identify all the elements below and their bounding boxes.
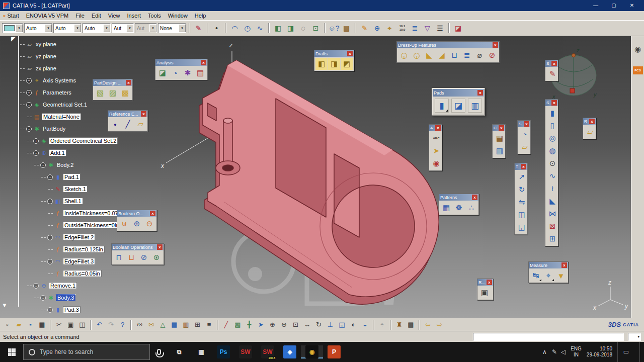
boolean-remove-tool-icon[interactable]: ⊖ bbox=[143, 218, 155, 230]
photos-app[interactable]: ◈ bbox=[279, 345, 301, 358]
menu-file[interactable]: File bbox=[72, 13, 88, 19]
powercopy-icon[interactable]: ▧ bbox=[94, 87, 106, 99]
catalog-chair-icon[interactable]: ♜ bbox=[394, 319, 405, 330]
task-view-button[interactable]: ⧉ bbox=[168, 345, 190, 358]
menu-window[interactable]: Window bbox=[165, 13, 191, 19]
close-icon[interactable]: x bbox=[524, 121, 529, 127]
menu-help[interactable]: Help bbox=[191, 13, 210, 19]
point-icon[interactable]: • bbox=[211, 23, 222, 34]
tree-item-remove-1[interactable]: -⊖Remove.1 bbox=[20, 280, 124, 292]
comment-icon[interactable]: ✉ bbox=[146, 319, 156, 330]
tree-item-outside-thickness[interactable]: ƒOutsideThickness=0in bbox=[20, 219, 124, 231]
close-icon[interactable]: x bbox=[141, 111, 146, 117]
pen-tray-icon[interactable]: ✎ bbox=[552, 348, 557, 355]
close-button[interactable]: ✕ bbox=[623, 0, 641, 11]
power-input-combo[interactable]: ▾ bbox=[628, 333, 641, 341]
tree-expander-icon[interactable]: - bbox=[33, 150, 39, 156]
settings-knob-icon[interactable]: ◉ bbox=[633, 44, 643, 54]
relations-icon[interactable]: ≡ bbox=[204, 319, 214, 330]
close-icon[interactable]: x bbox=[150, 211, 155, 216]
design-table-tool-icon[interactable]: ▦ bbox=[494, 132, 506, 144]
palette-titlebar[interactable]: Boolean Operationsx bbox=[112, 244, 164, 250]
tree-expander-icon[interactable]: + bbox=[26, 78, 32, 83]
palette-titlebar[interactable]: Dress-Up Featuresx bbox=[397, 42, 499, 48]
pan-icon[interactable]: ↔ bbox=[302, 319, 312, 330]
knowledge-back-icon[interactable]: ⇦ bbox=[423, 319, 433, 330]
snap-grid-small-icon[interactable]: ▩ bbox=[232, 319, 243, 330]
tree-expander-icon[interactable]: - bbox=[47, 259, 53, 264]
language-indicator[interactable]: ENG IN bbox=[571, 346, 582, 358]
formula-fx-icon[interactable]: ƒ(x) bbox=[134, 319, 145, 330]
palette-titlebar[interactable]: Boolean O...x bbox=[117, 210, 156, 217]
tree-expander-icon[interactable]: - bbox=[47, 199, 53, 204]
solidworks-app[interactable]: SW bbox=[234, 345, 257, 358]
slot-icon[interactable]: ≀ bbox=[546, 183, 558, 195]
section-cut-icon[interactable]: ╱ bbox=[221, 319, 231, 330]
rotate-icon[interactable]: ↻ bbox=[313, 319, 324, 330]
variable-draft-icon[interactable]: ◩ bbox=[341, 58, 353, 70]
draft-reflect-line-icon[interactable]: ◨ bbox=[328, 58, 340, 70]
layers-icon[interactable]: ≣ bbox=[409, 23, 421, 34]
hide-show-icon[interactable]: ◒ bbox=[360, 319, 370, 330]
print-preview-icon[interactable]: ▤ bbox=[406, 319, 416, 330]
paste-icon[interactable]: ◫ bbox=[77, 319, 88, 330]
removed-multi-sections-icon[interactable]: ⊠ bbox=[546, 220, 558, 232]
tree-item-edgefillet-2[interactable]: -◠EdgeFillet.2 bbox=[20, 231, 124, 243]
palette-titlebar[interactable]: Padsx bbox=[433, 89, 484, 97]
knowledge-forward-icon[interactable]: ⇨ bbox=[434, 319, 445, 330]
shading-icon[interactable]: ◐ bbox=[348, 319, 359, 330]
palette-titlebar[interactable]: PartDesign ...x bbox=[93, 79, 132, 86]
microphone-button[interactable] bbox=[150, 342, 168, 362]
painter-icon[interactable]: ✎ bbox=[193, 23, 204, 34]
tap-thread-analysis-icon[interactable]: ▤ bbox=[194, 67, 206, 79]
porcupine-analysis-icon[interactable]: ✱ bbox=[182, 67, 194, 79]
tree-item-radius-0125[interactable]: ƒRadius=0.125in bbox=[20, 243, 124, 255]
multi-view-icon[interactable]: ◱ bbox=[337, 319, 347, 330]
close-icon[interactable]: x bbox=[521, 164, 526, 169]
check-analysis-icon[interactable]: △ bbox=[157, 319, 168, 330]
plane-surface-icon[interactable]: ▱ bbox=[519, 141, 531, 153]
multi-sections-solid-icon[interactable]: ⋈ bbox=[546, 208, 558, 220]
chamfer-icon[interactable]: ◣ bbox=[423, 49, 435, 61]
stiffener-icon[interactable]: ◣ bbox=[546, 195, 558, 207]
tree-expander-icon[interactable]: - bbox=[40, 162, 46, 168]
tree-expander-icon[interactable]: + bbox=[26, 90, 32, 96]
line-weight-dropdown[interactable]: Auto▾ bbox=[24, 23, 52, 33]
tray-caret-icon[interactable]: ∧ bbox=[542, 348, 547, 355]
normal-view-icon[interactable]: ⊥ bbox=[325, 319, 336, 330]
tree-item-pad-1[interactable]: -▮Pad.1 bbox=[20, 171, 124, 183]
undo-icon[interactable]: ↶ bbox=[94, 319, 105, 330]
union-trim-icon[interactable]: ⊔ bbox=[125, 251, 137, 263]
menu-view[interactable]: View bbox=[105, 13, 124, 19]
ref-plane-icon[interactable]: ▱ bbox=[134, 118, 146, 130]
measure-item-icon[interactable]: ⌖ bbox=[542, 269, 554, 282]
palette-titlebar[interactable]: Cx bbox=[493, 125, 505, 131]
curvature-analysis-icon[interactable]: ◔ bbox=[169, 67, 181, 79]
palette-titlebar[interactable]: R...x bbox=[477, 279, 493, 286]
start-button[interactable] bbox=[0, 342, 23, 362]
intersect-icon[interactable]: ⊓ bbox=[113, 251, 125, 263]
save-icon[interactable]: ▪ bbox=[25, 319, 36, 330]
remove-face-icon[interactable]: ⊘ bbox=[486, 49, 498, 61]
close-icon[interactable]: x bbox=[493, 42, 498, 48]
drafted-filleted-pad-icon[interactable]: ◪ bbox=[451, 99, 465, 113]
tree-expander-icon[interactable]: + bbox=[33, 138, 39, 144]
zoom-out-icon[interactable]: ⊖ bbox=[279, 319, 289, 330]
scaling-icon[interactable]: ◱ bbox=[516, 221, 528, 233]
help-community-icon[interactable]: ☺? bbox=[328, 23, 340, 34]
zoom-in-icon[interactable]: ⊕ bbox=[267, 319, 278, 330]
globe-icon[interactable]: ⊕ bbox=[371, 23, 383, 34]
ref-line-icon[interactable]: ╱ bbox=[122, 118, 134, 130]
tree-item-sketch-1[interactable]: ✎Sketch.1 bbox=[20, 183, 124, 195]
catalog-icon[interactable]: ▩ bbox=[119, 87, 131, 99]
tree-expander-icon[interactable]: - bbox=[47, 235, 53, 240]
close-icon[interactable]: x bbox=[551, 61, 557, 66]
close-icon[interactable]: x bbox=[477, 90, 483, 96]
maximize-button[interactable]: ▢ bbox=[605, 0, 623, 11]
close-icon[interactable]: x bbox=[499, 125, 504, 131]
pocket-icon[interactable]: ▯ bbox=[546, 120, 558, 132]
boolean-add-tool-icon[interactable]: ⊕ bbox=[131, 218, 143, 230]
pen-icon[interactable]: ✎ bbox=[359, 23, 370, 34]
palette-titlebar[interactable]: Rx bbox=[583, 118, 596, 125]
move-icon[interactable]: ╋ bbox=[244, 319, 255, 330]
